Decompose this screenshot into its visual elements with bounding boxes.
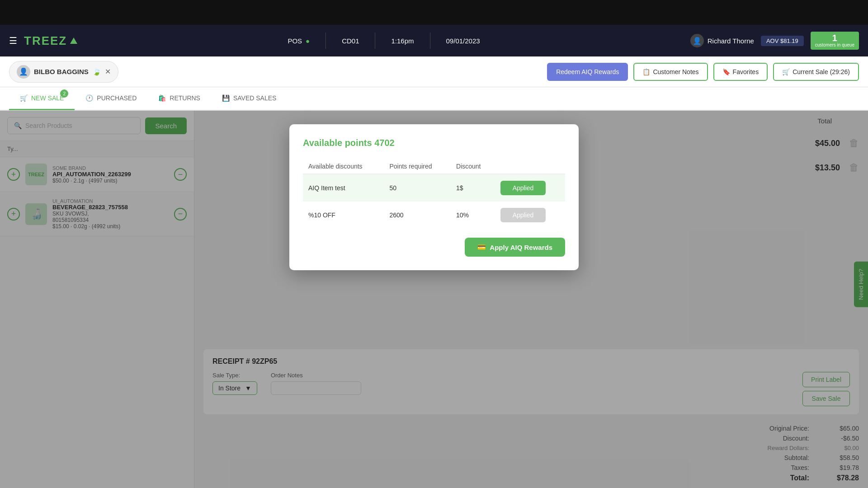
user-name: Richard Thorne [708,37,754,45]
discount-row-1-discount: 1$ [451,174,495,202]
header-right: 👤 Richard Thorne AOV $81.19 1 customers … [690,32,859,50]
tab-new-sale[interactable]: 🛒 NEW SALE 2 [9,87,75,110]
app-logo: TREEZ [24,34,77,48]
customer-actions: Redeem AIQ Rewards 📋 Customer Notes 🔖 Fa… [547,63,859,81]
divider [326,33,326,49]
discounts-table: Available discounts Points required Disc… [303,159,565,229]
main-content: 🔍 Search Products Search Ty... + TREEZ S… [0,111,868,488]
logo-text: TREEZ [24,34,67,48]
customer-name: BILBO BAGGINS [34,68,89,75]
app-header: ☰ TREEZ POS ● CD01 1:16pm 09/01/2023 👤 R… [0,25,868,56]
bookmark-icon: 🔖 [722,68,730,75]
table-row: AIQ Item test 50 1$ Applied [303,174,565,202]
user-info: 👤 Richard Thorne [690,34,754,47]
station-label: CD01 [342,37,359,45]
divider2 [375,33,375,49]
aov-badge: AOV $81.19 [761,36,804,46]
time-info: 1:16pm [391,37,414,45]
pos-info: POS ● [288,37,310,45]
history-tab-icon: 🕐 [85,94,93,102]
tab-returns[interactable]: 🛍️ RETURNS [147,87,211,110]
applied-button-2[interactable]: Applied [500,208,546,222]
avatar-icon: 👤 [19,67,28,76]
logo-triangle-icon [70,38,77,44]
queue-badge: 1 customers in queue [811,32,859,50]
returns-tab-icon: 🛍️ [158,94,166,102]
time-label: 1:16pm [391,37,414,45]
customer-bar: 👤 BILBO BAGGINS 🍃 ✕ Redeem AIQ Rewards 📋… [0,56,868,87]
cart-icon: 🛒 [782,68,790,75]
saved-tab-icon: 💾 [222,94,230,102]
discount-row-1-points: 50 [384,174,451,202]
new-sale-badge: 2 [60,89,68,98]
tab-purchased[interactable]: 🕐 PURCHASED [75,87,147,110]
leaf-icon: 🍃 [92,67,101,76]
col-points-header: Points required [384,159,451,174]
pos-label: POS [288,37,302,45]
modal-overlay[interactable]: Available points 4702 Available discount… [0,111,868,488]
aiq-rewards-modal: Available points 4702 Available discount… [289,124,579,270]
tab-saved-sales[interactable]: 💾 SAVED SALES [211,87,287,110]
applied-button-1[interactable]: Applied [500,181,546,195]
current-sale-button[interactable]: 🛒 Current Sale (29:26) [773,63,859,81]
discount-row-2-name: %10 OFF [303,202,384,229]
customer-notes-button[interactable]: 📋 Customer Notes [633,63,708,81]
discount-row-1-name: AIQ Item test [303,174,384,202]
nav-tabs: 🛒 NEW SALE 2 🕐 PURCHASED 🛍️ RETURNS 💾 SA… [0,87,868,111]
header-center: POS ● CD01 1:16pm 09/01/2023 [86,33,681,49]
card-icon: 💳 [477,243,486,251]
modal-points: 4702 [374,138,395,148]
divider3 [430,33,430,49]
hamburger-icon[interactable]: ☰ [9,35,17,46]
user-avatar-icon: 👤 [690,34,704,47]
modal-title: Available points 4702 [303,138,565,148]
apply-rewards-button[interactable]: 💳 Apply AIQ Rewards [465,238,565,257]
discount-row-2-action: Applied [495,202,565,229]
station-info: CD01 [342,37,359,45]
table-row: %10 OFF 2600 10% Applied [303,202,565,229]
close-customer-icon[interactable]: ✕ [105,67,111,76]
favorites-button[interactable]: 🔖 Favorites [713,63,768,81]
discount-row-1-action: Applied [495,174,565,202]
queue-label: customers in queue [815,42,854,48]
pos-dot-icon: ● [306,37,310,45]
top-black-bar [0,0,868,25]
customer-pill: 👤 BILBO BAGGINS 🍃 ✕ [9,61,118,83]
customer-avatar: 👤 [17,65,30,79]
redeem-rewards-button[interactable]: Redeem AIQ Rewards [547,63,628,81]
date-label: 09/01/2023 [446,37,480,45]
discount-row-2-points: 2600 [384,202,451,229]
col-discount-header: Discount [451,159,495,174]
date-info: 09/01/2023 [446,37,480,45]
cart-tab-icon: 🛒 [20,94,28,102]
col-discounts-header: Available discounts [303,159,384,174]
notes-icon: 📋 [642,68,650,75]
modal-footer: 💳 Apply AIQ Rewards [303,238,565,257]
discount-row-2-discount: 10% [451,202,495,229]
queue-count: 1 [815,33,854,42]
